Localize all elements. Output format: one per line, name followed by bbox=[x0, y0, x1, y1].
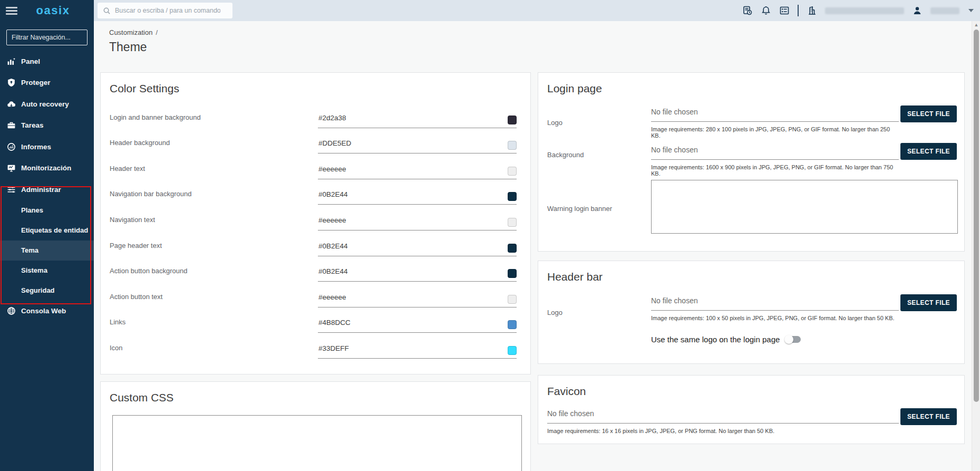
color-swatch[interactable] bbox=[508, 295, 517, 304]
search-input[interactable] bbox=[115, 7, 220, 14]
color-value-input[interactable] bbox=[318, 293, 517, 307]
sidebar-subitem-seguridad[interactable]: Seguridad bbox=[0, 281, 94, 301]
color-swatch[interactable] bbox=[508, 167, 517, 176]
breadcrumb-customization[interactable]: Customization bbox=[109, 28, 152, 36]
color-value-input[interactable] bbox=[318, 242, 517, 256]
favicon-file-text[interactable]: No file chosen bbox=[547, 409, 899, 424]
color-row-label: Navigation bar background bbox=[110, 190, 318, 205]
color-row-navigation-text: Navigation text bbox=[110, 205, 517, 230]
sidebar-item-monitorizacion[interactable]: Monitorización bbox=[0, 158, 94, 179]
sidebar-item-auto-recovery[interactable]: Auto recovery bbox=[0, 93, 94, 115]
sidebar-navigation: Panel Proteger Auto recovery Tareas Info… bbox=[0, 21, 94, 471]
login-logo-label: Logo bbox=[547, 119, 562, 127]
oasix-logo: oasix bbox=[17, 4, 89, 17]
sidebar-subitem-sistema[interactable]: Sistema bbox=[0, 261, 94, 281]
color-row-label: Login and banner background bbox=[110, 113, 318, 128]
color-settings-rows: Login and banner background Header backg… bbox=[101, 95, 530, 359]
sidebar-item-informes[interactable]: Informes bbox=[0, 136, 94, 158]
login-background-select-file-button[interactable]: SELECT FILE bbox=[900, 143, 957, 160]
user-avatar-icon[interactable] bbox=[912, 5, 923, 16]
color-settings-title: Color Settings bbox=[101, 73, 530, 95]
sliders-icon bbox=[6, 185, 16, 194]
global-search[interactable] bbox=[98, 3, 232, 18]
color-row-label: Header background bbox=[110, 139, 318, 153]
sidebar-item-label: Auto recovery bbox=[21, 100, 69, 108]
login-background-requirements: Image requirements: 1600 x 900 pixels in… bbox=[651, 164, 899, 177]
briefcase-icon bbox=[6, 121, 16, 130]
scheduled-reports-icon[interactable] bbox=[742, 5, 753, 16]
color-swatch[interactable] bbox=[508, 269, 517, 278]
color-swatch[interactable] bbox=[508, 192, 517, 201]
sidebar-item-administrar[interactable]: Administrar bbox=[0, 179, 94, 200]
sidebar-subitem-planes[interactable]: Planes bbox=[0, 200, 94, 220]
color-row-label: Navigation text bbox=[110, 216, 318, 230]
header-bar-card: Header bar Logo No file chosen Image req… bbox=[538, 261, 965, 364]
organization-name-redacted bbox=[825, 7, 904, 14]
color-swatch[interactable] bbox=[508, 244, 517, 253]
activity-list-icon[interactable] bbox=[779, 5, 790, 16]
sidebar-item-proteger[interactable]: Proteger bbox=[0, 72, 94, 94]
color-value-input[interactable] bbox=[318, 114, 517, 128]
color-row-links: Links bbox=[110, 307, 517, 333]
color-value-input[interactable] bbox=[318, 344, 517, 359]
dashboard-icon bbox=[6, 56, 16, 66]
notifications-bell-icon[interactable] bbox=[761, 5, 771, 16]
same-logo-toggle-label: Use the same logo on the login page bbox=[651, 335, 780, 344]
custom-css-textarea[interactable] bbox=[112, 415, 522, 471]
warning-login-banner-label: Warning login banner bbox=[547, 205, 612, 213]
sidebar-subitem-etiquetas-de-entidad[interactable]: Etiquetas de entidad bbox=[0, 220, 94, 241]
color-swatch[interactable] bbox=[508, 320, 517, 329]
sidebar-filter-input[interactable] bbox=[6, 30, 88, 45]
color-value-input[interactable] bbox=[318, 190, 517, 205]
hamburger-menu-icon[interactable] bbox=[6, 5, 17, 16]
color-row-action-button-background: Action button background bbox=[110, 256, 517, 282]
favicon-requirements: Image requirements: 16 x 16 pixels in JP… bbox=[547, 428, 899, 434]
shield-icon bbox=[6, 78, 16, 88]
color-row-label: Links bbox=[110, 318, 318, 333]
subitem-label: Seguridad bbox=[21, 286, 55, 294]
same-logo-toggle-row: Use the same logo on the login page bbox=[651, 335, 801, 344]
vertical-scrollbar[interactable]: ▲ bbox=[972, 21, 980, 471]
login-logo-file-text[interactable]: No file chosen bbox=[651, 108, 899, 122]
sidebar-item-label: Administrar bbox=[21, 186, 61, 194]
user-menu-caret-icon[interactable] bbox=[968, 9, 974, 12]
breadcrumb-separator: / bbox=[156, 28, 158, 36]
login-background-file-text[interactable]: No file chosen bbox=[651, 146, 899, 160]
same-logo-toggle[interactable] bbox=[785, 336, 801, 343]
monitor-icon bbox=[6, 164, 16, 173]
sidebar-item-consola-web[interactable]: Consola Web bbox=[0, 301, 94, 322]
color-row-label: Action button background bbox=[110, 267, 318, 282]
headerbar-logo-select-file-button[interactable]: SELECT FILE bbox=[900, 294, 957, 311]
headerbar-logo-label: Logo bbox=[547, 309, 562, 316]
login-background-label: Background bbox=[547, 151, 584, 159]
scrollbar-thumb[interactable] bbox=[974, 30, 979, 402]
color-value-input[interactable] bbox=[318, 319, 517, 333]
color-value-input[interactable] bbox=[318, 216, 517, 230]
organization-icon[interactable] bbox=[807, 5, 817, 16]
login-background-file-row: No file chosen Image requirements: 1600 … bbox=[651, 146, 899, 177]
subitem-label: Planes bbox=[21, 206, 43, 214]
login-page-title: Login page bbox=[538, 73, 964, 95]
favicon-card: Favicon No file chosen Image requirement… bbox=[538, 375, 965, 444]
sidebar-item-panel[interactable]: Panel bbox=[0, 51, 94, 72]
warning-login-banner-textarea[interactable] bbox=[651, 180, 958, 234]
favicon-select-file-button[interactable]: SELECT FILE bbox=[900, 408, 957, 425]
scrollbar-up-arrow-icon[interactable]: ▲ bbox=[973, 22, 979, 28]
gauge-report-icon bbox=[6, 142, 16, 151]
color-value-input[interactable] bbox=[318, 139, 517, 153]
favicon-file-row: No file chosen Image requirements: 16 x … bbox=[547, 409, 899, 434]
color-swatch[interactable] bbox=[508, 116, 517, 124]
header-bar-title: Header bar bbox=[538, 261, 964, 283]
color-swatch[interactable] bbox=[508, 346, 517, 355]
color-swatch[interactable] bbox=[508, 141, 517, 150]
color-swatch[interactable] bbox=[508, 218, 517, 227]
color-row-label: Page header text bbox=[110, 242, 318, 256]
color-value-input[interactable] bbox=[318, 165, 517, 179]
login-logo-select-file-button[interactable]: SELECT FILE bbox=[900, 105, 957, 122]
sidebar-item-tareas[interactable]: Tareas bbox=[0, 115, 94, 137]
sidebar-item-label: Informes bbox=[21, 143, 51, 151]
headerbar-logo-requirements: Image requirements: 100 x 50 pixels in J… bbox=[651, 315, 899, 321]
headerbar-logo-file-text[interactable]: No file chosen bbox=[651, 296, 899, 311]
color-value-input[interactable] bbox=[318, 267, 517, 282]
sidebar-subitem-tema-active[interactable]: Tema bbox=[0, 241, 94, 261]
